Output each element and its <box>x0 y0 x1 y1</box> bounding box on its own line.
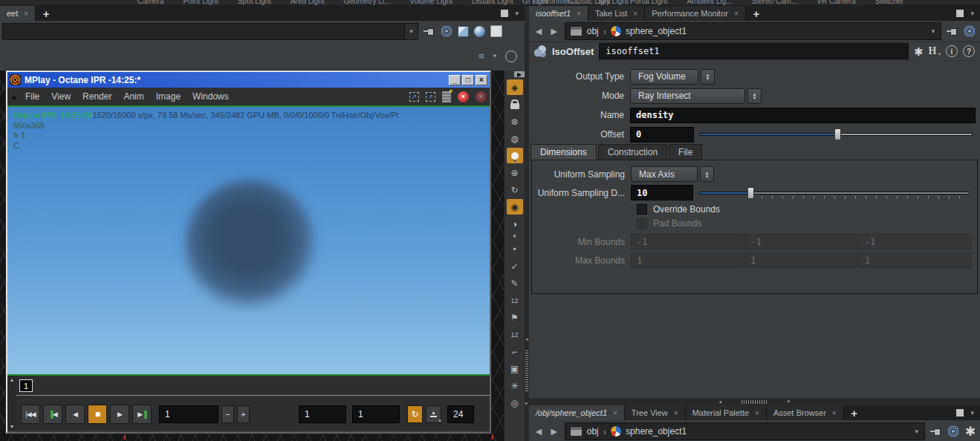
new-tab-button[interactable]: + <box>746 6 767 21</box>
folder-tab-dimensions[interactable]: Dimensions <box>530 144 597 160</box>
shelf-tool-camera[interactable]: Camera <box>137 0 164 5</box>
splitter-grip[interactable] <box>742 400 768 404</box>
tab-take-list[interactable]: Take List × <box>588 6 645 21</box>
nav-forward-icon[interactable]: ► <box>549 426 559 437</box>
pane-splitter-horizontal[interactable]: ▴ ▾ <box>529 398 980 405</box>
folder-tab-construction[interactable]: Construction <box>598 144 667 160</box>
close-tab-icon[interactable]: × <box>755 409 759 417</box>
show-points-icon[interactable]: • <box>507 241 523 257</box>
headlight-only-icon[interactable]: ◍ <box>507 131 523 146</box>
strip-down-icon[interactable]: ▼ <box>10 424 15 429</box>
divs-slider-handle[interactable] <box>747 187 754 199</box>
no-lights-icon[interactable]: ⊗ <box>507 114 523 129</box>
pane-collapse-icon[interactable]: ▲ <box>10 93 18 101</box>
close-tab-icon[interactable]: × <box>613 409 617 417</box>
pin-icon[interactable] <box>424 26 435 36</box>
shelf-tool-geometry-light[interactable]: Geometry Li... <box>343 0 390 5</box>
override-bounds-checkbox[interactable] <box>637 204 647 215</box>
tab-material-palette[interactable]: Material Palette × <box>686 405 767 420</box>
playback-mode-button[interactable]: ▲ <box>426 405 441 423</box>
tab-isooffset1[interactable]: isooffset1 × <box>529 6 588 21</box>
go-to-end-button[interactable]: ▶▐ <box>132 405 152 424</box>
prim-normals-icon[interactable]: ⚑ <box>507 310 523 325</box>
profile-curves-icon[interactable]: ⌐ <box>507 344 523 359</box>
current-frame-field[interactable]: 1 <box>159 405 218 423</box>
stop-button[interactable]: ■ <box>88 405 107 424</box>
shelf-tool-ambient-light[interactable]: Ambient Lig... <box>687 0 732 5</box>
range-end-field[interactable]: 1 <box>352 405 400 423</box>
shelf-tool-switcher[interactable]: Switcher <box>875 0 903 5</box>
visualizers-icon[interactable]: ◎ <box>507 395 523 411</box>
network-breadcrumb[interactable]: obj › sphere_object1 ▾ <box>565 422 925 440</box>
splitter-up-icon[interactable]: ▴ <box>719 399 722 405</box>
output-type-dropdown[interactable]: Fog Volume <box>630 69 698 85</box>
close-tab-icon[interactable]: × <box>832 409 837 417</box>
pane-menu-caret-icon[interactable]: ▾ <box>970 410 974 416</box>
lock-icon[interactable] <box>507 97 523 112</box>
material-shading-icon[interactable]: ◑ <box>507 216 523 232</box>
point-markers-icon[interactable]: ✓ <box>507 258 523 274</box>
pane-menu-caret-icon[interactable]: ▾ <box>515 10 519 17</box>
hq-lighting-ao-icon[interactable]: ↻ <box>507 182 523 197</box>
nav-forward-icon[interactable]: ► <box>549 26 559 36</box>
shelf-tool-volume-light[interactable]: Volume Light <box>409 0 452 5</box>
breadcrumb-caret-icon[interactable]: ▾ <box>926 23 941 39</box>
shelf-tool-portal-light[interactable]: Portal Light <box>630 0 668 5</box>
new-sequence-icon[interactable] <box>442 91 451 102</box>
shelf-tool-gi-light[interactable]: GI Light <box>522 0 548 5</box>
help-icon[interactable] <box>505 50 517 62</box>
mode-spinner[interactable]: ▴▾ <box>747 88 762 104</box>
splitter-down-icon[interactable]: ▾ <box>788 399 791 405</box>
hq-lighting-shadows-icon[interactable]: ◉ <box>507 199 523 215</box>
minimize-button[interactable]: _ <box>449 75 461 85</box>
breadcrumb-root[interactable]: obj <box>587 26 599 36</box>
geometry-cube-icon[interactable] <box>458 26 469 37</box>
breadcrumb-root[interactable]: obj <box>587 426 599 437</box>
step-back-button[interactable]: ▐◀ <box>43 405 62 424</box>
shelf-tool-point-light[interactable]: Point Light <box>184 0 218 5</box>
layout-options-icon[interactable]: ≡ <box>478 50 484 62</box>
menu-anim[interactable]: Anim <box>117 91 149 102</box>
go-to-start-button[interactable]: |◀◀ <box>21 405 40 424</box>
pane-menu-caret-icon[interactable]: ▾ <box>970 10 974 17</box>
uniform-sampling-divs-field[interactable]: 10 <box>631 185 693 200</box>
folder-tab-file[interactable]: File <box>669 144 702 160</box>
shelf-tool-distant-light[interactable]: Distant Light <box>472 0 513 5</box>
radial-menu-icon[interactable] <box>947 425 959 437</box>
prim-numbers-icon[interactable]: 12 <box>507 327 523 342</box>
point-normals-icon[interactable]: ✎ <box>507 275 523 291</box>
pin-icon[interactable] <box>930 426 942 437</box>
help-icon[interactable]: ? <box>963 45 975 57</box>
gear-menu-icon[interactable]: ✱ <box>914 46 924 57</box>
info-icon[interactable]: i <box>946 45 958 57</box>
mode-dropdown[interactable]: Ray Intersect <box>630 88 745 104</box>
shelf-tool-vr-camera[interactable]: VR Camera <box>817 0 855 5</box>
close-tab-icon[interactable]: × <box>577 10 581 18</box>
shelf-tool-caustic-light[interactable]: Caustic Light <box>568 0 611 5</box>
tab-network-editor[interactable]: /obj/sphere_object1 × <box>529 405 625 420</box>
close-button[interactable]: × <box>476 75 487 85</box>
offset-field[interactable]: 0 <box>630 127 694 143</box>
mplay-titlebar[interactable]: MPlay - Octane IPR -14:25:* _ □ × <box>7 72 490 88</box>
close-tab-icon[interactable]: × <box>633 10 637 18</box>
play-reverse-button[interactable]: ◀ <box>65 405 85 424</box>
pane-maximize-icon[interactable] <box>956 409 964 416</box>
hull-display-icon[interactable]: ▣ <box>507 361 523 376</box>
mplay-timeline[interactable]: 1 <box>7 376 490 398</box>
output-type-spinner[interactable]: ▴▾ <box>701 69 715 85</box>
close-tab-icon[interactable]: × <box>734 10 739 18</box>
fps-field[interactable]: 24 <box>447 405 474 423</box>
menu-image[interactable]: Image <box>150 91 186 102</box>
network-options-gear-icon[interactable]: ✱ <box>965 425 976 438</box>
hq-lighting-icon[interactable]: ⊕ <box>507 165 523 180</box>
pin-icon[interactable] <box>947 26 958 36</box>
layout-caret-icon[interactable]: ▾ <box>493 53 496 59</box>
maximize-button[interactable]: □ <box>462 75 474 85</box>
toolbar-section-caret-icon[interactable]: ▾ <box>513 233 516 240</box>
uniform-sampling-spinner[interactable]: ▴▾ <box>700 166 714 182</box>
nav-back-icon[interactable]: ◄ <box>533 426 544 437</box>
close-tab-icon[interactable]: × <box>24 10 28 18</box>
pane-maximize-icon[interactable] <box>501 10 508 17</box>
range-start-field[interactable]: 1 <box>299 405 346 423</box>
menu-file[interactable]: File <box>19 91 45 102</box>
